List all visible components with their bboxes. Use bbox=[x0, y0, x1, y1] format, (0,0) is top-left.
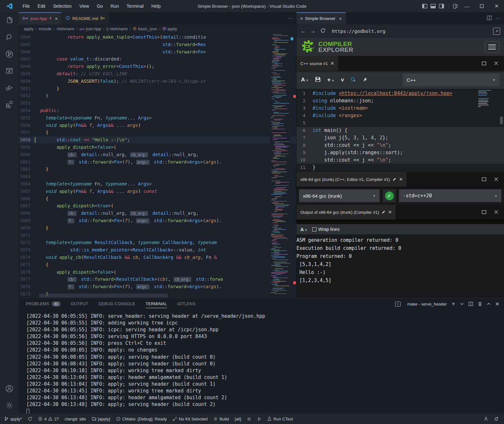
terminal-process-label[interactable]: make - serve_header bbox=[407, 302, 447, 306]
split-terminal-icon[interactable] bbox=[469, 302, 473, 306]
close-panel-icon[interactable]: ✕ bbox=[495, 301, 499, 307]
back-icon[interactable]: ← bbox=[300, 28, 306, 34]
rename-pane-icon[interactable] bbox=[382, 210, 385, 214]
status-run-ctest[interactable]: Run CTest bbox=[264, 414, 296, 424]
close-pane-icon[interactable]: ✕ bbox=[493, 175, 499, 183]
status-kit-selection[interactable]: No Kit Selected bbox=[170, 414, 211, 424]
menu-go[interactable]: Go bbox=[93, 0, 107, 12]
run-debug-icon[interactable] bbox=[0, 79, 19, 96]
wrap-lines-checkbox[interactable]: Wrap lines bbox=[312, 227, 340, 232]
status-notifications[interactable] bbox=[491, 414, 501, 424]
maximize-pane-icon[interactable] bbox=[482, 61, 486, 65]
horizontal-scrollbar[interactable] bbox=[39, 294, 168, 297]
status-build-target[interactable]: [all] bbox=[232, 414, 244, 424]
search-icon[interactable] bbox=[0, 29, 19, 46]
close-pane-icon[interactable]: ✕ bbox=[388, 210, 392, 215]
breadcrumb-item[interactable]: apply bbox=[162, 27, 177, 32]
bird-icon[interactable] bbox=[362, 77, 368, 83]
close-pane-icon[interactable]: ✕ bbox=[493, 60, 499, 67]
status-build-button[interactable]: Build bbox=[210, 414, 232, 424]
breadcrumb-item[interactable]: nlohmann bbox=[57, 27, 74, 31]
godbolt-source-editor[interactable]: 1#include <https://localhost:8443/apply/… bbox=[296, 89, 504, 172]
breadcrumb-item[interactable]: apply bbox=[24, 27, 34, 31]
breadcrumb-item[interactable]: C++json.hpp bbox=[80, 27, 101, 31]
minimize-button[interactable]: — bbox=[460, 0, 474, 12]
hamburger-menu-icon[interactable] bbox=[485, 41, 499, 53]
source-pane-tab[interactable]: C++ source #1 ✕ bbox=[296, 56, 338, 71]
menu-view[interactable]: View bbox=[75, 0, 93, 12]
cmake-panel-icon[interactable] bbox=[0, 62, 19, 79]
search-code-icon[interactable] bbox=[350, 77, 356, 83]
maximize-button[interactable] bbox=[474, 0, 489, 12]
compiler-options-input[interactable]: -std=c++20▼ bbox=[399, 189, 501, 202]
maximize-pane-icon[interactable] bbox=[482, 177, 486, 181]
terminal-content[interactable]: [2022-04-30 06:05:55] INFO: serve_header… bbox=[19, 310, 504, 414]
toggle-sidebar-icon[interactable] bbox=[421, 0, 429, 12]
output-pane-tab[interactable]: Output of x86-64 gcc (trunk) (Compiler #… bbox=[296, 205, 396, 220]
font-size-icon[interactable]: A▼ bbox=[300, 227, 308, 232]
url-input[interactable]: https://godbolt.org bbox=[332, 29, 489, 34]
settings-gear-icon[interactable] bbox=[0, 397, 19, 414]
forward-icon[interactable]: → bbox=[310, 28, 316, 34]
terminal-dropdown-icon[interactable] bbox=[460, 303, 464, 305]
breadcrumb-item[interactable]: basic_json bbox=[133, 27, 157, 32]
font-size-icon[interactable]: A▼ bbox=[301, 77, 309, 83]
status-sync[interactable] bbox=[25, 414, 35, 424]
status-clangd-status[interactable]: clangd: idle bbox=[62, 414, 89, 424]
compiler-select[interactable]: x86-64 gcc (trunk)▼ bbox=[299, 189, 380, 202]
menu-terminal[interactable]: Terminal bbox=[123, 0, 148, 12]
status-cmake-status[interactable]: CMake: [Debug]: Ready bbox=[113, 414, 170, 424]
open-external-icon[interactable]: ↗ bbox=[493, 28, 500, 35]
more-actions-icon[interactable]: ··· bbox=[496, 15, 501, 21]
customize-layout-icon[interactable] bbox=[451, 0, 460, 12]
account-icon[interactable] bbox=[0, 380, 19, 397]
panel-tab-debug-console[interactable]: DEBUG CONSOLE bbox=[99, 298, 135, 310]
compiler-pane-tab[interactable]: x86-64 gcc (trunk) (C++, Editor #1, Comp… bbox=[296, 172, 407, 187]
close-pane-icon[interactable]: ✕ bbox=[493, 208, 499, 216]
new-terminal-icon[interactable]: + bbox=[451, 300, 455, 307]
close-window-button[interactable]: ✕ bbox=[489, 0, 504, 12]
rename-pane-icon[interactable] bbox=[393, 177, 396, 181]
more-actions-icon[interactable]: ··· bbox=[288, 15, 293, 21]
add-pane-icon[interactable]: +▼ bbox=[327, 76, 334, 83]
menu-file[interactable]: File bbox=[19, 0, 34, 12]
explorer-icon[interactable] bbox=[0, 12, 19, 29]
maximize-panel-icon[interactable] bbox=[487, 303, 490, 305]
tab-json-hpp[interactable]: C++ json.hpp 4 × bbox=[19, 12, 62, 24]
status-problems[interactable]: 427 bbox=[35, 414, 62, 424]
save-icon[interactable] bbox=[315, 77, 321, 83]
panel-tab-gitlens[interactable]: GITLENS bbox=[177, 298, 195, 310]
maximize-pane-icon[interactable] bbox=[482, 210, 486, 214]
close-pane-icon[interactable]: ✕ bbox=[399, 177, 403, 182]
editor-scrollbar[interactable] bbox=[291, 33, 296, 298]
menu-selection[interactable]: Selection bbox=[49, 0, 76, 12]
tab-simple-browser[interactable]: ≡ Simple Browser × bbox=[296, 12, 346, 24]
status-git-branch[interactable]: apply* bbox=[1, 414, 25, 424]
language-select[interactable]: C++▼ bbox=[403, 73, 499, 86]
minimap[interactable] bbox=[270, 33, 291, 298]
menu-run[interactable]: Run bbox=[107, 0, 123, 12]
status-active-folder[interactable]: [apply] bbox=[89, 414, 113, 424]
status-debug-button[interactable] bbox=[244, 414, 254, 424]
menu-edit[interactable]: Edit bbox=[34, 0, 49, 12]
split-editor-icon[interactable] bbox=[487, 15, 492, 22]
panel-tab-problems[interactable]: PROBLEMS31 bbox=[26, 298, 61, 310]
vim-mode-icon[interactable]: v bbox=[341, 77, 344, 83]
panel-tab-output[interactable]: OUTPUT bbox=[71, 298, 88, 310]
close-pane-icon[interactable]: ✕ bbox=[330, 61, 334, 66]
close-tab-icon[interactable]: × bbox=[55, 16, 58, 21]
extensions-icon[interactable] bbox=[0, 96, 19, 113]
godbolt-scrollbar[interactable] bbox=[500, 117, 503, 124]
toggle-panel-icon[interactable] bbox=[429, 0, 437, 12]
reload-icon[interactable] bbox=[320, 28, 325, 35]
close-tab-icon[interactable]: × bbox=[339, 16, 342, 21]
status-launch-button[interactable] bbox=[254, 414, 264, 424]
panel-tab-terminal[interactable]: TERMINAL bbox=[146, 298, 167, 310]
tab-readme-md[interactable]: ⓘ README.md 9+ bbox=[62, 12, 109, 24]
code-editor[interactable]: 5044 return apply_make_tuple<ConstThis>(… bbox=[19, 33, 296, 298]
source-control-icon[interactable] bbox=[0, 46, 19, 62]
breadcrumb-item[interactable]: {}nlohmann bbox=[106, 27, 128, 31]
toggle-secondary-sidebar-icon[interactable] bbox=[437, 0, 446, 12]
menu-help[interactable]: Help bbox=[148, 0, 165, 12]
status-feedback[interactable] bbox=[481, 414, 491, 424]
